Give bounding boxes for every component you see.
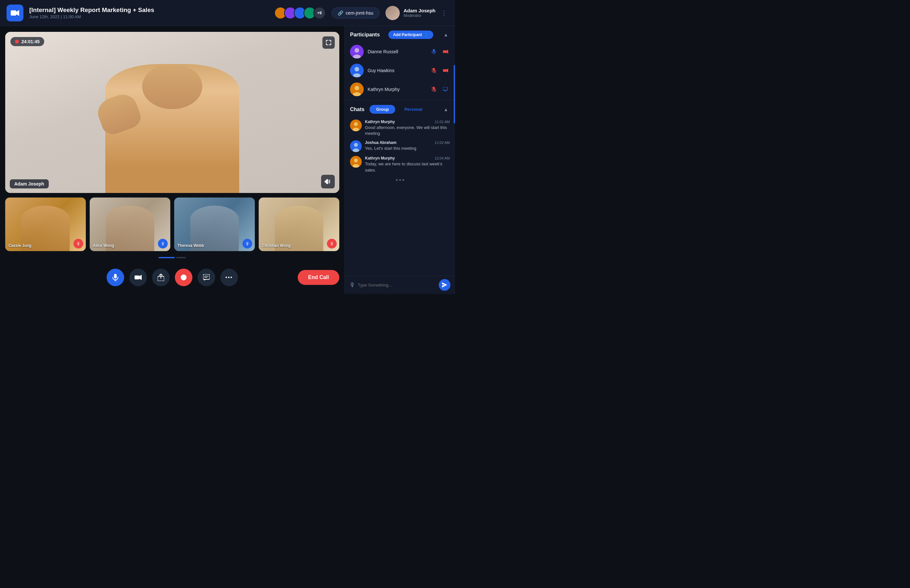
video-area: 24:01:45 Adam Joseph [0, 26, 344, 294]
thumb-name-3: Christian Wong [262, 243, 291, 248]
chat-text-2: Today, we are here to discuss last week'… [365, 161, 450, 173]
thumb-mic-0[interactable]: 🎙 [73, 239, 83, 249]
user-info: Adam Joseph Moderator [404, 8, 435, 18]
chat-mic-icon[interactable]: 🎙 [349, 282, 355, 289]
svg-point-43 [354, 143, 358, 147]
meeting-link-btn[interactable]: 🔗 cem-jnmt-hsu [331, 8, 380, 18]
camera-btn[interactable] [129, 269, 147, 286]
share-btn[interactable] [152, 269, 170, 286]
link-icon: 🔗 [338, 10, 343, 16]
svg-marker-29 [446, 69, 448, 73]
thumbnail-videos: Cassie Jung 🎙 Alice Wong 🎙 Theresa Webb … [5, 197, 339, 251]
chat-avatar-1 [350, 141, 362, 152]
fullscreen-btn[interactable] [322, 36, 335, 49]
chat-tab-personal[interactable]: Personal [398, 105, 429, 114]
chat-tab-group[interactable]: Group [370, 105, 395, 114]
controls-bar: ••• End Call [5, 264, 339, 289]
chat-message-1: Joshua Abraham 11:02 AM Yes, Let's start… [350, 141, 450, 152]
participant-video-icon-1[interactable] [441, 66, 450, 75]
scroll-inactive [176, 257, 186, 258]
thumb-name-0: Cassie Jung [8, 243, 32, 248]
record-btn[interactable] [175, 269, 192, 286]
svg-point-31 [355, 86, 359, 90]
chat-content-2: Kathryn Murphy 12:04 AM Today, we are he… [365, 156, 450, 173]
header: [Internal] Weekly Report Marketing + Sal… [0, 0, 455, 26]
chat-message-0: Kathryn Murphy 11:01 AM Good afternoon, … [350, 120, 450, 136]
chat-avatar-0 [350, 120, 362, 131]
chat-text-0: Good afternoon, everyone. We will start … [365, 125, 450, 136]
svg-marker-21 [446, 50, 448, 53]
user-avatar [385, 6, 400, 20]
participant-mic-icon-2[interactable] [430, 85, 438, 94]
svg-point-46 [354, 158, 358, 162]
user-role: Moderator [404, 13, 435, 18]
thumb-mic-1[interactable]: 🎙 [158, 239, 168, 249]
chat-time-2: 12:04 AM [435, 156, 450, 160]
svg-rect-0 [11, 10, 16, 16]
chat-dots [350, 177, 450, 183]
participant-avatars: +9 [274, 7, 326, 19]
svg-rect-36 [443, 87, 448, 90]
chat-meta-2: Kathryn Murphy 12:04 AM [365, 156, 450, 160]
svg-rect-2 [325, 181, 326, 183]
participant-video-icon-0[interactable] [441, 47, 450, 56]
user-more-btn[interactable]: ⋮ [440, 8, 448, 18]
svg-marker-8 [139, 275, 142, 280]
chat-text-1: Yes, Let's start this meeting [365, 145, 450, 151]
thumb-name-2: Theresa Webb [178, 243, 204, 248]
user-name: Adam Joseph [404, 8, 435, 13]
svg-rect-11 [203, 274, 210, 279]
chat-messages: Kathryn Murphy 11:01 AM Good afternoon, … [345, 117, 455, 276]
recording-badge: 24:01:45 [10, 37, 44, 46]
participant-icons-1 [430, 66, 450, 75]
avatar-count: +9 [313, 7, 326, 19]
participant-video-icon-2[interactable] [441, 85, 450, 94]
chat-input[interactable] [358, 283, 436, 288]
end-call-btn[interactable]: End Call [298, 270, 339, 285]
meeting-code: cem-jnmt-hsu [346, 10, 373, 16]
meeting-info: [Internal] Weekly Report Marketing + Sal… [29, 6, 274, 19]
participant-mic-icon-1[interactable] [430, 66, 438, 75]
panel-divider [345, 100, 455, 100]
chats-collapse-btn[interactable]: ▲ [442, 106, 450, 113]
svg-point-40 [354, 122, 358, 126]
svg-rect-28 [443, 69, 446, 72]
thumb-video-2: Theresa Webb 🎙 [174, 197, 255, 251]
more-btn[interactable]: ••• [220, 269, 238, 286]
participants-collapse-btn[interactable]: ▲ [442, 31, 450, 39]
svg-point-23 [355, 67, 359, 71]
participant-icons-2 [430, 85, 450, 94]
main-video-name: Adam Joseph [10, 179, 49, 188]
chat-section: Chats Group Personal ▲ [345, 102, 455, 294]
participants-header: Participants Add Participant 👤 ▲ [345, 26, 455, 42]
main-layout: 24:01:45 Adam Joseph [0, 26, 455, 294]
chats-title: Chats [350, 107, 364, 112]
chat-btn[interactable] [197, 269, 215, 286]
thumb-video-1: Alice Wong 🎙 [90, 197, 170, 251]
scroll-active [158, 257, 175, 258]
dot-1 [396, 179, 398, 181]
right-panel: Participants Add Participant 👤 ▲ Dianne … [344, 26, 455, 294]
main-video: 24:01:45 Adam Joseph [5, 32, 339, 193]
dot-3 [402, 179, 404, 181]
participant-name-1: Guy Hawkins [368, 68, 426, 73]
send-btn[interactable] [439, 279, 451, 291]
thumb-mic-3[interactable]: 🎙 [327, 239, 337, 249]
participant-avatar-0 [350, 45, 364, 58]
participants-title: Participants [350, 32, 380, 38]
meeting-subtitle: June 12th, 2022 | 11:00 AM [29, 14, 274, 19]
add-participant-btn[interactable]: Add Participant 👤 [388, 31, 433, 39]
rec-dot [15, 40, 19, 44]
chat-time-0: 11:01 AM [435, 120, 450, 124]
thumb-mic-2[interactable]: 🎙 [242, 239, 252, 249]
svg-rect-4 [114, 274, 117, 278]
thumb-name-1: Alice Wong [93, 243, 114, 248]
accent-bar [454, 65, 455, 123]
chat-sender-2: Kathryn Murphy [365, 156, 395, 160]
svg-marker-48 [442, 282, 447, 288]
participant-item-2: Kathryn Murphy [345, 80, 455, 99]
volume-btn[interactable] [321, 175, 335, 188]
mic-btn[interactable] [107, 269, 124, 286]
participant-mic-icon-0[interactable] [430, 47, 438, 56]
chat-content-0: Kathryn Murphy 11:01 AM Good afternoon, … [365, 120, 450, 136]
